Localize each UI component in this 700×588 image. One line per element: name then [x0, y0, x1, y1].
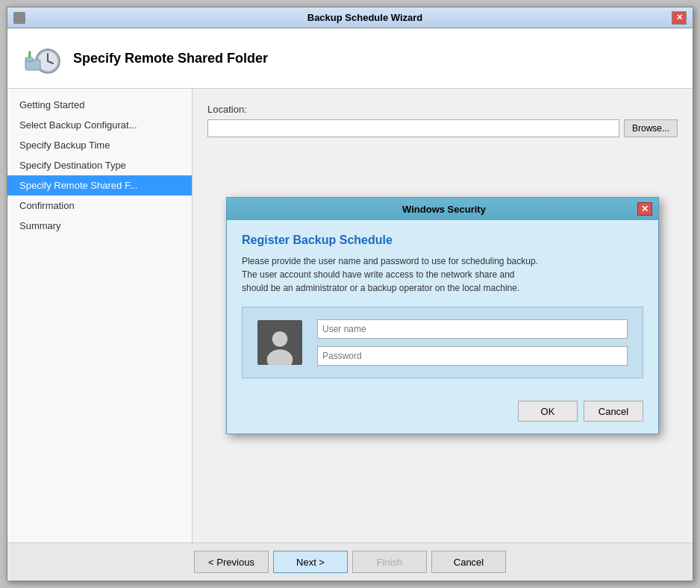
credentials-box	[242, 307, 643, 378]
title-bar: Backup Schedule Wizard ✕	[7, 7, 693, 28]
user-avatar	[257, 320, 302, 365]
title-bar-controls: ✕	[672, 11, 687, 25]
cancel-dialog-button[interactable]: Cancel	[584, 401, 643, 422]
password-input[interactable]	[317, 346, 628, 366]
bottom-bar: < Previous Next > Finish Cancel	[7, 542, 693, 581]
main-content-area: Location: Browse... Windows Security ✕ R	[193, 89, 693, 542]
dialog-title-bar: Windows Security ✕	[227, 198, 658, 220]
sidebar-item-confirmation[interactable]: Confirmation	[7, 196, 192, 216]
finish-button[interactable]: Finish	[352, 551, 427, 573]
dialog-body: Register Backup Schedule Please provide …	[227, 220, 658, 401]
window-icon	[13, 12, 25, 24]
header-icon	[22, 39, 61, 78]
dialog-title: Windows Security	[251, 204, 637, 215]
previous-button[interactable]: < Previous	[194, 551, 269, 573]
sidebar-item-select-backup[interactable]: Select Backup Configurat...	[7, 115, 192, 135]
credentials-fields	[317, 319, 628, 366]
sidebar-item-destination-type[interactable]: Specify Destination Type	[7, 155, 192, 175]
main-window: Backup Schedule Wizard ✕ Specify Remote	[7, 7, 693, 581]
dialog-heading: Register Backup Schedule	[242, 234, 643, 247]
windows-security-dialog: Windows Security ✕ Register Backup Sched…	[226, 197, 659, 434]
ok-button[interactable]: OK	[518, 401, 578, 422]
sidebar-item-getting-started[interactable]: Getting Started	[7, 95, 192, 115]
window-title: Backup Schedule Wizard	[58, 12, 672, 23]
username-input[interactable]	[317, 319, 628, 339]
dialog-overlay: Windows Security ✕ Register Backup Sched…	[193, 89, 693, 542]
sidebar-item-remote-shared[interactable]: Specify Remote Shared F...	[7, 175, 192, 196]
sidebar: Getting Started Select Backup Configurat…	[7, 89, 193, 542]
svg-point-8	[272, 331, 288, 347]
content-area: Getting Started Select Backup Configurat…	[7, 89, 693, 542]
window-close-button[interactable]: ✕	[672, 11, 687, 25]
sidebar-item-specify-time[interactable]: Specify Backup Time	[7, 135, 192, 155]
cancel-wizard-button[interactable]: Cancel	[431, 551, 506, 573]
backup-icon-svg	[22, 39, 61, 78]
dialog-close-button[interactable]: ✕	[637, 202, 652, 216]
user-avatar-icon	[260, 326, 299, 365]
sidebar-item-summary[interactable]: Summary	[7, 216, 192, 236]
header: Specify Remote Shared Folder	[7, 28, 693, 89]
svg-rect-6	[25, 57, 33, 61]
dialog-description: Please provide the user name and passwor…	[242, 254, 643, 295]
next-button[interactable]: Next >	[273, 551, 348, 573]
page-title: Specify Remote Shared Folder	[73, 51, 268, 66]
dialog-footer: OK Cancel	[227, 401, 658, 434]
